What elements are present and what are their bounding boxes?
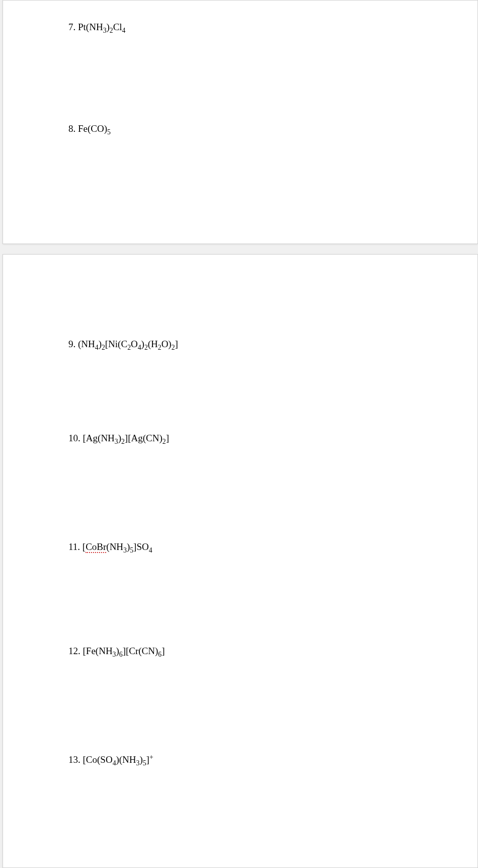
formula-text: O) <box>162 339 172 349</box>
subscript: 2 <box>102 344 105 351</box>
subscript: 5 <box>107 128 111 135</box>
item-number: 7. <box>68 22 75 32</box>
spellcheck-underline: CoBr <box>86 541 106 553</box>
subscript: 4 <box>149 546 152 554</box>
formula-text: [Fe(NH <box>81 646 113 656</box>
formula-text: )(NH <box>116 754 136 765</box>
formula-text: [Co(SO <box>81 754 113 765</box>
subscript: 6 <box>119 651 123 658</box>
subscript: 5 <box>143 759 146 767</box>
formula-text: ][Ag(CN) <box>125 433 163 443</box>
subscript: 2 <box>158 344 162 351</box>
formula-text: ] <box>175 339 178 349</box>
list-item: 9. (NH4)2[Ni(C2O4)2(H2O)2] <box>68 338 452 351</box>
formula-text: (H <box>148 339 158 349</box>
formula-text: [Ag(NH <box>81 433 115 443</box>
subscript: 4 <box>122 27 126 34</box>
list-item: 8. Fe(CO)5 <box>68 122 452 136</box>
item-number: 12. <box>68 646 81 656</box>
list-item: 12. [Fe(NH3)6][Cr(CN)6] <box>68 645 452 658</box>
list-item: 10. [Ag(NH3)2][Ag(CN)2] <box>68 432 452 445</box>
formula-text: O <box>131 339 138 349</box>
item-number: 10. <box>68 433 81 443</box>
subscript: 4 <box>95 344 99 351</box>
formula-text: (NH <box>106 541 123 552</box>
subscript: 3 <box>115 437 118 445</box>
subscript: 4 <box>138 344 141 351</box>
list-item: 13. [Co(SO4)(NH3)5]+ <box>68 753 452 767</box>
subscript: 2 <box>144 344 148 351</box>
subscript: 2 <box>172 344 175 351</box>
subscript: 2 <box>127 344 131 351</box>
formula-text: Pt(NH <box>75 22 103 32</box>
document-page-1: 7. Pt(NH3)2Cl48. Fe(CO)5 <box>3 0 478 244</box>
formula-text: Fe(CO) <box>75 123 107 134</box>
formula-text: [ <box>80 541 86 552</box>
subscript: 3 <box>123 546 127 554</box>
subscript: 2 <box>163 437 166 445</box>
subscript: 2 <box>110 27 113 34</box>
list-item: 7. Pt(NH3)2Cl4 <box>68 21 452 34</box>
superscript: + <box>149 753 153 761</box>
item-number: 13. <box>68 754 81 765</box>
subscript: 2 <box>121 437 125 445</box>
formula-text: (NH <box>75 339 95 349</box>
formula-text: ] <box>162 646 165 656</box>
list-item: 11. [CoBr(NH3)5]SO4 <box>68 540 452 554</box>
formula-text: ] <box>166 433 169 443</box>
document-page-2: 9. (NH4)2[Ni(C2O4)2(H2O)2]10. [Ag(NH3)2]… <box>3 254 478 868</box>
formula-text: ][Cr(CN) <box>123 646 158 656</box>
item-number: 8. <box>68 123 75 134</box>
item-number: 9. <box>68 339 75 349</box>
item-number: 11. <box>68 541 80 552</box>
formula-text: [Ni(C <box>105 339 127 349</box>
formula-text: ]SO <box>133 541 149 552</box>
formula-text: Cl <box>113 22 122 32</box>
